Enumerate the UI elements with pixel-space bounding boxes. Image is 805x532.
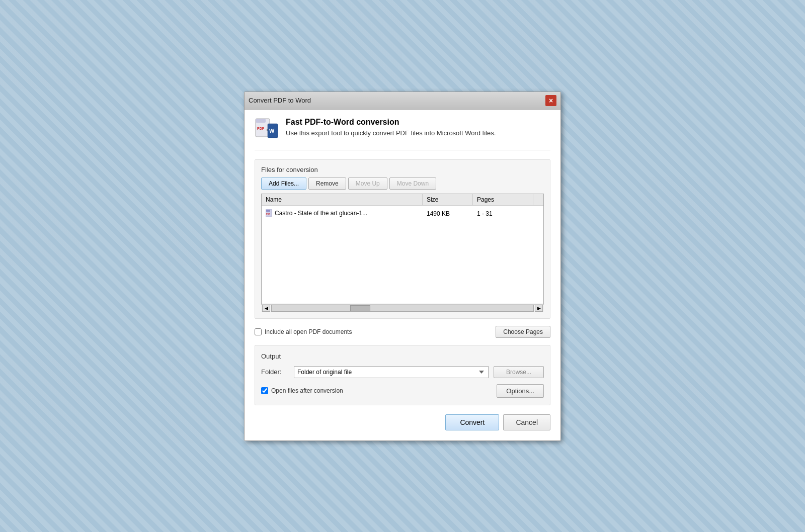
move-up-button[interactable]: Move Up — [348, 178, 387, 190]
files-label: Files for conversion — [261, 166, 544, 173]
file-pages: 1 - 31 — [473, 209, 533, 219]
options-row: Include all open PDF documents Choose Pa… — [255, 326, 550, 338]
include-all-label[interactable]: Include all open PDF documents — [255, 328, 352, 335]
folder-label: Folder: — [261, 368, 289, 376]
options-button[interactable]: Options... — [497, 384, 544, 398]
open-files-text: Open files after conversion — [271, 387, 343, 394]
pdf-to-word-icon: PDF W — [255, 118, 279, 142]
move-down-button[interactable]: Move Down — [389, 178, 436, 190]
cancel-button[interactable]: Cancel — [503, 414, 550, 430]
choose-pages-button[interactable]: Choose Pages — [496, 326, 550, 338]
open-files-label[interactable]: Open files after conversion — [261, 387, 343, 394]
header-section: PDF W Fast PDF-to-Word conversion Use th… — [255, 118, 550, 150]
close-button[interactable]: × — [545, 95, 556, 106]
scroll-right-arrow[interactable]: ▶ — [535, 305, 543, 312]
action-row: Convert Cancel — [255, 412, 550, 430]
output-section: Output Folder: Folder of original file C… — [255, 345, 550, 405]
scroll-left-arrow[interactable]: ◀ — [262, 305, 270, 312]
svg-text:W: W — [269, 128, 275, 134]
add-files-button[interactable]: Add Files... — [261, 178, 306, 190]
file-name-text: Castro - State of the art glucan-1... — [275, 210, 367, 217]
title-bar: Convert PDF to Word × — [245, 92, 560, 110]
col-size-header: Size — [423, 194, 473, 205]
scroll-thumb[interactable] — [350, 305, 370, 311]
browse-button[interactable]: Browse... — [494, 366, 544, 378]
files-section: Files for conversion Add Files... Remove… — [255, 159, 550, 319]
output-label: Output — [261, 352, 544, 360]
header-title: Fast PDF-to-Word conversion — [286, 118, 496, 127]
header-subtitle: Use this export tool to quickly convert … — [286, 129, 496, 137]
file-name: PDF Castro - State of the art glucan-1..… — [262, 208, 423, 220]
svg-text:PDF: PDF — [257, 127, 265, 130]
scroll-track[interactable] — [271, 305, 534, 312]
open-files-checkbox[interactable] — [261, 387, 268, 394]
include-all-checkbox[interactable] — [255, 328, 262, 335]
svg-text:PDF: PDF — [266, 213, 271, 215]
file-size: 1490 KB — [423, 209, 473, 219]
open-files-row: Open files after conversion Options... — [261, 384, 544, 398]
folder-row: Folder: Folder of original file Custom f… — [261, 366, 544, 378]
convert-button[interactable]: Convert — [445, 414, 499, 430]
file-list-header: Name Size Pages — [262, 194, 543, 206]
col-pages-header: Pages — [473, 194, 533, 205]
svg-rect-6 — [266, 210, 270, 212]
dialog-body: PDF W Fast PDF-to-Word conversion Use th… — [245, 110, 560, 440]
remove-button[interactable]: Remove — [308, 178, 346, 190]
file-list-container[interactable]: Name Size Pages PDF Castro - State of th… — [261, 194, 544, 304]
dialog-title: Convert PDF to Word — [249, 97, 311, 104]
col-name-header: Name — [262, 194, 423, 205]
folder-select[interactable]: Folder of original file Custom folder — [294, 366, 489, 378]
svg-rect-1 — [256, 119, 266, 123]
table-row[interactable]: PDF Castro - State of the art glucan-1..… — [262, 206, 543, 222]
include-all-text: Include all open PDF documents — [265, 328, 352, 335]
header-text: Fast PDF-to-Word conversion Use this exp… — [286, 118, 496, 137]
horizontal-scrollbar[interactable]: ◀ ▶ — [261, 304, 544, 312]
file-icon: PDF — [266, 209, 273, 217]
toolbar: Add Files... Remove Move Up Move Down — [261, 178, 544, 190]
convert-pdf-dialog: Convert PDF to Word × PDF W Fas — [244, 92, 561, 441]
